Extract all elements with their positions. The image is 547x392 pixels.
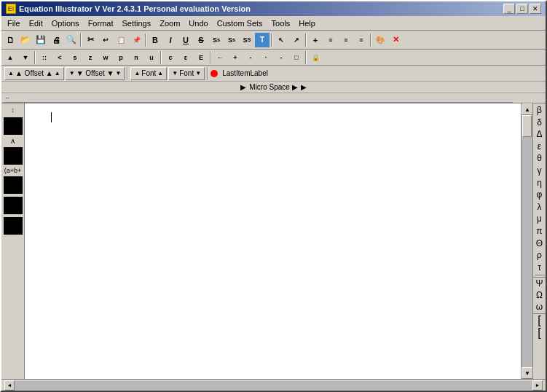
left-item-2[interactable] bbox=[4, 147, 23, 165]
menu-file[interactable]: File bbox=[3, 17, 25, 29]
scroll-thumb[interactable] bbox=[522, 115, 532, 137]
scroll-left-button[interactable]: ◄ bbox=[4, 380, 15, 391]
scroll-down-button[interactable]: ▼ bbox=[522, 367, 533, 379]
sym-Psi[interactable]: Ψ bbox=[534, 278, 546, 290]
left-item-4[interactable] bbox=[4, 197, 23, 214]
arrow-button[interactable]: ↗ bbox=[289, 33, 304, 47]
tb2-w[interactable]: w bbox=[98, 50, 113, 65]
tb2-btn3[interactable]: :: bbox=[37, 50, 52, 65]
tb2-btn2[interactable]: ▼ bbox=[18, 50, 33, 65]
search-button[interactable]: 🔍 bbox=[64, 33, 79, 47]
cut-button[interactable]: ✂ bbox=[83, 33, 98, 47]
scroll-right-button[interactable]: ► bbox=[532, 380, 543, 391]
font-up-icon: ▲ bbox=[134, 70, 140, 77]
font-up-button[interactable]: ▲ Font ▲ bbox=[130, 67, 167, 80]
menu-format[interactable]: Format bbox=[84, 17, 118, 29]
ruler: ↔ // ruler ticks drawn inline bbox=[1, 93, 546, 103]
tb2-plus[interactable]: + bbox=[228, 50, 243, 65]
list3-button[interactable]: ≡ bbox=[354, 33, 369, 47]
tb2-z[interactable]: z bbox=[83, 50, 98, 65]
underline-button[interactable]: U bbox=[178, 33, 193, 47]
sym-Omega[interactable]: Ω bbox=[534, 290, 546, 302]
sub-toolbar: ▲ ▲ Offset ▲ ▲ ▼ ▼ Offset ▼ ▼ ▲ Font ▲ ▼… bbox=[1, 66, 546, 82]
sym-epsilon[interactable]: ε bbox=[534, 141, 546, 153]
sym-delta[interactable]: δ bbox=[534, 117, 546, 129]
scroll-up-button[interactable]: ▲ bbox=[522, 103, 533, 115]
h-scroll-track[interactable] bbox=[15, 381, 532, 390]
tb2-sq[interactable]: □ bbox=[289, 50, 304, 65]
canvas-area[interactable] bbox=[25, 103, 521, 379]
close-button[interactable]: ✕ bbox=[530, 4, 541, 14]
tb2-btn1[interactable]: ▲ bbox=[3, 50, 17, 65]
tb2-c[interactable]: c bbox=[163, 50, 178, 65]
offset-up-button[interactable]: ▲ ▲ Offset ▲ ▲ bbox=[4, 67, 64, 80]
sym-gamma[interactable]: γ bbox=[534, 165, 546, 177]
sym-lambda[interactable]: λ bbox=[534, 202, 546, 213]
sym-Theta[interactable]: Θ bbox=[534, 238, 546, 250]
sym-pi[interactable]: π bbox=[534, 226, 546, 238]
list1-button[interactable]: ≡ bbox=[323, 33, 338, 47]
scroll-track[interactable] bbox=[522, 115, 532, 367]
list2-button[interactable]: ≡ bbox=[339, 33, 353, 47]
tb2-E[interactable]: E bbox=[194, 50, 208, 65]
font-sigma-button[interactable]: T bbox=[255, 33, 269, 47]
menu-help[interactable]: Help bbox=[294, 17, 320, 29]
minimize-button[interactable]: _ bbox=[503, 4, 515, 14]
maximize-button[interactable]: □ bbox=[516, 4, 528, 14]
menu-undo[interactable]: Undo bbox=[184, 17, 212, 29]
color-button[interactable]: 🎨 bbox=[373, 33, 387, 47]
tb2-u[interactable]: u bbox=[144, 50, 159, 65]
select-button[interactable]: ↖ bbox=[274, 33, 288, 47]
save-button[interactable]: 💾 bbox=[34, 33, 48, 47]
left-item-5[interactable] bbox=[4, 217, 23, 235]
sym-tau[interactable]: τ bbox=[534, 262, 546, 274]
undo-btn2[interactable]: ↩ bbox=[98, 33, 113, 47]
menu-settings[interactable]: Settings bbox=[117, 17, 155, 29]
sym-omega[interactable]: ω bbox=[534, 302, 546, 313]
tb2-arrow[interactable]: ← bbox=[213, 50, 227, 65]
tb2-dash[interactable]: - bbox=[274, 50, 288, 65]
sym-mu[interactable]: μ bbox=[534, 213, 546, 225]
tb2-minus[interactable]: - bbox=[243, 50, 258, 65]
left-item-1[interactable] bbox=[4, 117, 23, 135]
left-item-3[interactable] bbox=[4, 176, 23, 194]
sym-beta[interactable]: β bbox=[534, 105, 546, 117]
font-down-button[interactable]: ▼ Font ▼ bbox=[168, 67, 205, 80]
sym-theta-small[interactable]: θ bbox=[534, 153, 546, 165]
menu-custom-sets[interactable]: Custom Sets bbox=[213, 17, 267, 29]
print-button[interactable]: 🖨 bbox=[49, 33, 63, 47]
sym-eta[interactable]: η bbox=[534, 178, 546, 189]
tb2-lock[interactable]: 🔒 bbox=[308, 50, 323, 65]
tb2-s[interactable]: s bbox=[68, 50, 82, 65]
subscript-button[interactable]: Ss bbox=[224, 33, 239, 47]
superscript-button[interactable]: Ss bbox=[209, 33, 224, 47]
subscript2-button[interactable]: SS bbox=[240, 33, 254, 47]
offset-down-button[interactable]: ▼ ▼ Offset ▼ ▼ bbox=[66, 67, 125, 80]
copy-button[interactable]: 📋 bbox=[114, 33, 128, 47]
tb2-dot[interactable]: · bbox=[259, 50, 273, 65]
close-x-button[interactable]: ✕ bbox=[388, 33, 403, 47]
add-button[interactable]: + bbox=[308, 33, 323, 47]
menu-options[interactable]: Options bbox=[47, 17, 84, 29]
bold-button[interactable]: B bbox=[148, 33, 162, 47]
titlebar: EI Equation Illustrator V Ver 2.4.3.1 Pe… bbox=[1, 1, 546, 16]
tb2-btn4[interactable]: < bbox=[52, 50, 67, 65]
menu-tools[interactable]: Tools bbox=[267, 17, 295, 29]
sym-bracket-left2[interactable]: [ bbox=[534, 327, 546, 339]
sym-phi[interactable]: φ bbox=[534, 189, 546, 201]
strikethrough-button[interactable]: S bbox=[194, 33, 208, 47]
new-button[interactable]: 🗋 bbox=[3, 33, 17, 47]
tb2-eps[interactable]: ε bbox=[178, 50, 193, 65]
italic-button[interactable]: I bbox=[163, 33, 178, 47]
sym-bracket-left[interactable]: [ bbox=[534, 315, 546, 326]
micro-arrow-left: ▶ bbox=[240, 83, 246, 91]
last-item-label: LastItemLabel bbox=[222, 69, 268, 77]
tb2-n[interactable]: n bbox=[129, 50, 143, 65]
open-button[interactable]: 📂 bbox=[18, 33, 33, 47]
tb2-p[interactable]: p bbox=[114, 50, 128, 65]
menu-edit[interactable]: Edit bbox=[25, 17, 47, 29]
sym-rho[interactable]: ρ bbox=[534, 250, 546, 262]
menu-zoom[interactable]: Zoom bbox=[155, 17, 184, 29]
paste-button[interactable]: 📌 bbox=[129, 33, 143, 47]
sym-Delta[interactable]: Δ bbox=[534, 129, 546, 141]
